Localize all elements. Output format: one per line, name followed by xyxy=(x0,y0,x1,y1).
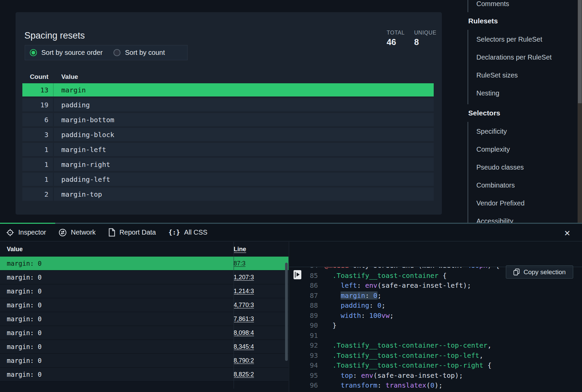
value-column-header: Value xyxy=(0,246,234,253)
code-token: .Toastify__toast-container xyxy=(332,271,438,280)
sidebar-item-ruleset-sizes[interactable]: RuleSet sizes xyxy=(476,66,577,84)
declaration-row[interactable]: margin: 04,770:3 xyxy=(0,298,288,312)
row-count: 1 xyxy=(22,160,48,169)
declaration-value: margin: 0 xyxy=(0,315,234,323)
sidebar-item-accessibility[interactable]: Accessibility xyxy=(476,212,577,223)
table-row[interactable]: 3padding-block xyxy=(22,128,434,141)
sort-option-label: Sort by count xyxy=(125,49,165,57)
stat-total: TOTAL46 xyxy=(387,30,405,47)
declaration-row[interactable]: margin: 087:3 xyxy=(0,257,288,270)
row-value: margin-left xyxy=(53,143,434,156)
declaration-value: margin: 0 xyxy=(0,357,234,364)
row-value: padding-left xyxy=(53,173,434,186)
target-icon xyxy=(6,228,14,237)
declaration-row[interactable]: margin: 01,207:3 xyxy=(0,270,288,284)
stat-unique: UNIQUE8 xyxy=(414,30,436,47)
tab-all-css[interactable]: {:}All CSS xyxy=(168,228,207,236)
nav-group-rulesets: Selectors per RuleSetDeclarations per Ru… xyxy=(468,30,577,104)
code-token: ; xyxy=(378,291,382,300)
declaration-row[interactable]: margin: 08,345:4 xyxy=(0,340,288,354)
row-count: 1 xyxy=(22,146,48,154)
page-scrollbar-thumb[interactable] xyxy=(578,0,582,103)
declaration-value: margin: 0 xyxy=(0,260,234,267)
line-link[interactable]: 87:3 xyxy=(234,260,245,267)
declaration-row[interactable]: margin: 08,098:4 xyxy=(0,326,288,340)
code-token xyxy=(324,341,332,349)
code-line: 95 top: env(safe-area-inset-top); xyxy=(289,371,582,381)
sort-option-label: Sort by source order xyxy=(41,49,103,57)
sidebar-item-selectors-per-ruleset[interactable]: Selectors per RuleSet xyxy=(476,30,577,48)
code-line: 90 } xyxy=(289,321,582,331)
table-row[interactable]: 1padding-left xyxy=(22,173,434,186)
table-row[interactable]: 6margin-bottom xyxy=(22,113,434,126)
code-token xyxy=(324,281,341,289)
table-row[interactable]: 13margin xyxy=(22,83,434,96)
braces-icon: {:} xyxy=(168,228,180,236)
radio-unselected-icon[interactable] xyxy=(113,49,121,56)
line-number: 86 xyxy=(289,281,324,291)
sort-option-0[interactable]: Sort by source order xyxy=(30,49,103,57)
sort-options-group: Sort by source orderSort by count xyxy=(25,45,188,60)
code-token: { xyxy=(483,361,492,369)
value-column-header: Value xyxy=(48,73,78,81)
declarations-vertical-scrollbar-thumb[interactable] xyxy=(285,263,288,361)
code-token: .Toastify__toast-container--top-right xyxy=(332,361,483,369)
line-link[interactable]: 4,770:3 xyxy=(234,302,254,308)
sidebar-item-declarations-per-ruleset[interactable]: Declarations per RuleSet xyxy=(476,48,577,66)
sidebar-item-combinators[interactable]: Combinators xyxy=(476,176,577,194)
line-link-cell: 8,825:2 xyxy=(234,371,288,378)
code-token: left xyxy=(341,281,357,289)
line-link[interactable]: 7,861:3 xyxy=(234,315,254,322)
line-number: 94 xyxy=(289,361,324,371)
code-token: px xyxy=(479,267,488,269)
declaration-value: margin: 0 xyxy=(0,371,234,378)
sidebar-item-nesting[interactable]: Nesting xyxy=(476,84,577,102)
report-nav-sidebar: CommentsRulesetsSelectors per RuleSetDec… xyxy=(468,0,577,223)
declaration-row[interactable]: margin: 08,790:2 xyxy=(0,354,288,368)
declaration-row[interactable]: margin: 01,214:3 xyxy=(0,284,288,298)
code-token: only screen and (max-width: xyxy=(349,267,467,269)
line-number: 89 xyxy=(289,311,324,321)
line-link[interactable]: 8,098:4 xyxy=(234,329,254,336)
code-line: 96 transform: translatex(0); xyxy=(289,380,582,391)
table-row[interactable]: 2margin-top xyxy=(22,188,434,201)
row-count: 19 xyxy=(22,101,48,109)
code-text: } xyxy=(324,321,337,331)
sidebar-item-complexity[interactable]: Complexity xyxy=(476,140,577,158)
line-link[interactable]: 1,214:3 xyxy=(234,288,254,295)
line-link[interactable]: 8,790:2 xyxy=(234,357,254,364)
spacing-table: Count Value 13margin19padding6margin-bot… xyxy=(22,70,434,202)
spacing-resets-card: Spacing resets TOTAL46UNIQUE8 Sort by so… xyxy=(16,12,442,215)
line-column-header[interactable]: Line xyxy=(234,246,288,253)
line-link[interactable]: 8,825:2 xyxy=(234,371,254,378)
row-count: 3 xyxy=(22,131,48,139)
sidebar-item-vendor-prefixed[interactable]: Vendor Prefixed xyxy=(476,194,577,212)
code-token: : xyxy=(365,291,373,300)
code-viewport[interactable]: 84@media only screen and (max-width: 480… xyxy=(289,267,582,392)
tab-label: All CSS xyxy=(184,228,208,236)
code-text: .Toastify__toast-container--top-center, xyxy=(324,341,492,351)
code-text: .Toastify__toast-container--top-left, xyxy=(324,351,483,361)
code-token: } xyxy=(324,321,337,329)
sidebar-item-specificity[interactable]: Specificity xyxy=(476,123,577,140)
line-number: 88 xyxy=(289,301,324,311)
declaration-row[interactable]: margin: 07,861:3 xyxy=(0,312,288,326)
close-icon[interactable]: ✕ xyxy=(564,230,570,237)
table-row[interactable]: 19padding xyxy=(22,98,434,111)
declaration-row[interactable]: margin: 08,825:2 xyxy=(0,368,288,382)
tab-report-data[interactable]: Report Data xyxy=(108,228,156,237)
sort-option-1[interactable]: Sort by count xyxy=(113,49,165,57)
line-link[interactable]: 1,207:3 xyxy=(234,274,254,281)
code-token xyxy=(324,311,341,320)
code-token xyxy=(324,371,341,379)
code-token xyxy=(324,351,332,360)
tab-inspector[interactable]: Inspector xyxy=(6,228,46,237)
code-text: width: 100vw; xyxy=(324,311,394,321)
radio-selected-icon[interactable] xyxy=(30,49,37,56)
table-row[interactable]: 1margin-right xyxy=(22,158,434,171)
tab-network[interactable]: Network xyxy=(59,228,95,237)
table-row[interactable]: 1margin-left xyxy=(22,143,434,156)
sidebar-item-comments[interactable]: Comments xyxy=(476,0,577,7)
sidebar-item-pseudo-classes[interactable]: Pseudo classes xyxy=(476,158,577,176)
line-link[interactable]: 8,345:4 xyxy=(234,343,254,350)
